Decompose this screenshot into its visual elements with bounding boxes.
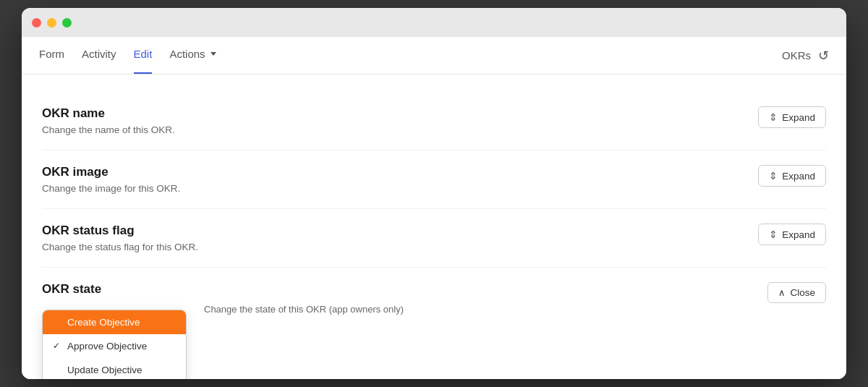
state-dropdown-menu: Create Objective ✓ Approve Objective Upd… [42,310,187,380]
okr-state-left: OKR state Create Objective ✓ Approve Obj… [42,282,767,347]
content-area: OKR name Change the name of this OKR. ⇕ … [22,75,846,379]
okr-state-title: OKR state [42,282,767,297]
okr-name-title: OKR name [42,106,175,121]
section-okr-state: OKR state Create Objective ✓ Approve Obj… [42,268,826,362]
check-icon-approve: ✓ [53,341,63,351]
nav-tabs: Form Activity Edit Actions [39,37,216,74]
section-okr-status-flag: OKR status flag Change the status flag f… [42,209,826,268]
dropdown-item-approve-label: Approve Objective [67,341,147,352]
okr-status-flag-description: Change the status flag for this OKR. [42,242,198,252]
close-okr-state-button[interactable]: ∧ Close [767,282,826,303]
dot-red[interactable] [32,18,41,27]
expand-okr-image-button[interactable]: ⇕ Expand [758,165,826,187]
refresh-icon[interactable]: ↺ [818,48,829,64]
dropdown-item-update-label: Update Objective [67,365,142,375]
okr-status-flag-title: OKR status flag [42,224,198,238]
section-okr-image: OKR image Change the image for this OKR.… [42,150,826,209]
section-okr-name-left: OKR name Change the name of this OKR. [42,106,175,135]
tab-activity[interactable]: Activity [82,37,116,74]
nav-bar: Form Activity Edit Actions OKRs ↺ [22,37,846,75]
dropdown-item-update-objective[interactable]: Update Objective [43,358,186,380]
section-okr-name: OKR name Change the name of this OKR. ⇕ … [42,92,826,150]
okr-name-description: Change the name of this OKR. [42,124,175,135]
titlebar [22,8,846,37]
expand-okr-status-flag-button[interactable]: ⇕ Expand [758,224,826,245]
tab-actions-label: Actions [169,48,205,60]
expand-icon-3: ⇕ [769,229,778,240]
tab-edit[interactable]: Edit [134,37,153,74]
expand-icon-1: ⇕ [769,111,778,123]
tab-actions[interactable]: Actions [169,37,216,74]
expand-okr-name-button[interactable]: ⇕ Expand [758,106,826,128]
section-okr-status-flag-left: OKR status flag Change the status flag f… [42,224,198,252]
app-window: Form Activity Edit Actions OKRs ↺ OKR na… [22,8,846,379]
dropdown-item-create-objective[interactable]: Create Objective [43,310,186,334]
dot-green[interactable] [62,18,72,27]
expand-okr-name-label: Expand [782,112,815,123]
okrs-label: OKRs [782,49,811,61]
dot-yellow[interactable] [47,18,56,27]
close-icon: ∧ [778,287,786,298]
tab-form[interactable]: Form [39,37,64,74]
close-okr-state-label: Close [790,287,815,298]
nav-right: OKRs ↺ [782,48,829,64]
chevron-down-icon [210,52,216,56]
state-controls: Create Objective ✓ Approve Objective Upd… [42,304,767,315]
expand-okr-image-label: Expand [782,171,815,182]
expand-icon-2: ⇕ [769,170,778,182]
state-note: Change the state of this OKR (app owners… [204,304,404,315]
section-okr-image-left: OKR image Change the image for this OKR. [42,165,180,194]
dropdown-item-approve-objective[interactable]: ✓ Approve Objective [43,334,186,358]
dropdown-item-create-label: Create Objective [67,317,140,328]
okr-image-description: Change the image for this OKR. [42,183,180,194]
expand-okr-status-flag-label: Expand [782,229,815,240]
okr-image-title: OKR image [42,165,180,179]
